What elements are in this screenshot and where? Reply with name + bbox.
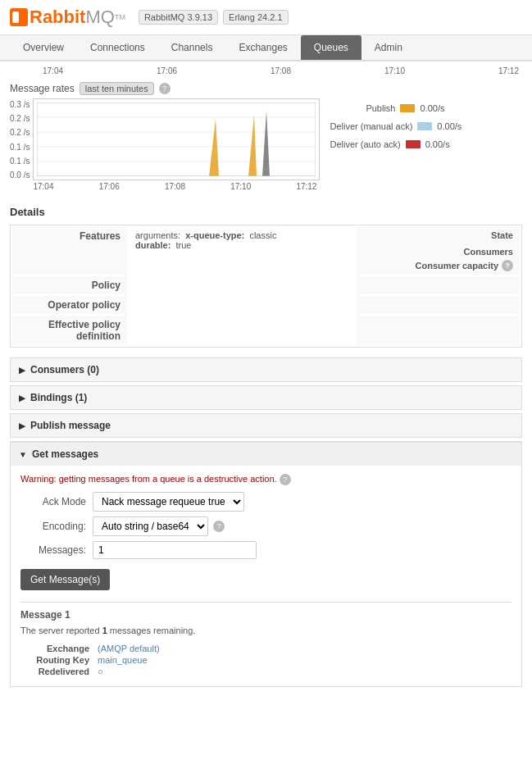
- rabbitmq-version: RabbitMQ 3.9.13: [139, 10, 218, 25]
- legend-deliver-auto-color: [406, 140, 421, 148]
- consumer-capacity-help-icon[interactable]: ?: [502, 260, 513, 271]
- ack-mode-select[interactable]: Nack message requeue true Ack message re…: [93, 492, 244, 512]
- publish-arrow: ▶: [19, 421, 25, 430]
- details-title: Details: [10, 206, 522, 218]
- get-messages-button[interactable]: Get Message(s): [20, 569, 110, 590]
- legend-deliver-auto-value: 0.00/s: [425, 139, 450, 149]
- encoding-row: Encoding: Auto string / base64 base64 ?: [20, 516, 512, 536]
- features-label: Features: [12, 227, 127, 275]
- message-result: Message 1 The server reported 1 messages…: [20, 602, 512, 678]
- redelivered-row: Redelivered ○: [22, 667, 160, 676]
- bindings-header[interactable]: ▶ Bindings (1): [11, 386, 521, 409]
- legend-publish: Publish 0.00/s: [330, 103, 462, 113]
- legend-publish-label: Publish: [330, 103, 395, 113]
- eff-policy-row: Effective policy definition: [12, 316, 520, 345]
- messages-row: Messages:: [20, 541, 512, 559]
- chart-legend: Publish 0.00/s Deliver (manual ack) 0.00…: [330, 98, 462, 193]
- exchange-value: (AMQP default): [98, 644, 160, 653]
- y-axis: 0.3 /s 0.2 /s 0.2 /s 0.1 /s 0.1 /s 0.0 /…: [10, 98, 33, 193]
- details-table: Features arguments: x-queue-type: classi…: [10, 225, 522, 348]
- main-nav: Overview Connections Channels Exchanges …: [0, 35, 532, 61]
- nav-connections[interactable]: Connections: [77, 35, 158, 60]
- encoding-select[interactable]: Auto string / base64 base64: [93, 516, 208, 536]
- encoding-help-icon[interactable]: ?: [213, 521, 225, 532]
- erlang-version: Erlang 24.2.1: [223, 10, 288, 25]
- rates-help-icon[interactable]: ?: [159, 83, 171, 94]
- legend-deliver-auto: Deliver (auto ack) 0.00/s: [330, 139, 462, 149]
- policy-row: Policy: [12, 276, 520, 294]
- get-messages-label: Get messages: [32, 448, 98, 460]
- durable-label: durable:: [135, 240, 171, 250]
- durable-value: true: [173, 240, 191, 250]
- message-heading: Message 1: [20, 609, 512, 621]
- details-section: Details Features arguments: x-queue-type…: [0, 199, 532, 354]
- legend-publish-color: [400, 104, 415, 112]
- x-queue-type-value: classic: [247, 230, 276, 240]
- bindings-section: ▶ Bindings (1): [10, 385, 522, 410]
- logo-tm: TM: [115, 13, 125, 21]
- chart-with-yaxis: 0.3 /s 0.2 /s 0.2 /s 0.1 /s 0.1 /s 0.0 /…: [10, 98, 320, 193]
- nav-channels[interactable]: Channels: [158, 35, 226, 60]
- chart-container: 0.3 /s 0.2 /s 0.2 /s 0.1 /s 0.1 /s 0.0 /…: [10, 98, 522, 193]
- get-messages-body: Warning: getting messages from a queue i…: [11, 466, 521, 686]
- warning-help-icon[interactable]: ?: [280, 474, 291, 485]
- consumers-arrow: ▶: [19, 366, 25, 375]
- op-policy-row: Operator policy: [12, 296, 520, 314]
- bindings-label: Bindings (1): [30, 392, 87, 403]
- policy-label: Policy: [12, 276, 127, 294]
- features-row: Features arguments: x-queue-type: classi…: [12, 227, 520, 275]
- header: RabbitMQ TM RabbitMQ 3.9.13 Erlang 24.2.…: [0, 0, 532, 35]
- chart-section: 17:04 17:06 17:08 17:10 17:12 Message ra…: [0, 61, 532, 199]
- legend-deliver-auto-label: Deliver (auto ack): [330, 139, 400, 149]
- ack-mode-label: Ack Mode: [20, 496, 86, 507]
- consumers-header[interactable]: ▶ Consumers (0): [11, 358, 521, 381]
- warning-text: Warning: getting messages from a queue i…: [20, 474, 512, 485]
- svg-rect-6: [37, 102, 316, 176]
- top-time-axis: 17:04 17:06 17:08 17:10 17:12: [10, 65, 522, 77]
- nav-admin[interactable]: Admin: [361, 35, 416, 60]
- routing-key-value: main_queue: [98, 655, 160, 665]
- x-queue-type-label: x-queue-type:: [185, 230, 244, 240]
- nav-overview[interactable]: Overview: [10, 35, 77, 60]
- get-messages-arrow: ▼: [19, 450, 27, 459]
- eff-policy-label: Effective policy definition: [12, 316, 127, 345]
- legend-publish-value: 0.00/s: [420, 103, 444, 113]
- state-label: State Consumers Consumer capacity ?: [357, 227, 520, 275]
- nav-exchanges[interactable]: Exchanges: [225, 35, 300, 60]
- logo-icon: [10, 8, 28, 26]
- routing-key-label: Routing Key: [22, 655, 96, 665]
- logo-text: RabbitMQ: [30, 7, 115, 28]
- bottom-time-axis: 17:04 17:06 17:08 17:10 17:12: [33, 180, 320, 193]
- publish-section: ▶ Publish message: [10, 413, 522, 438]
- legend-deliver-manual-value: 0.00/s: [437, 121, 462, 131]
- routing-key-row: Routing Key main_queue: [22, 655, 160, 665]
- features-value: arguments: x-queue-type: classic durable…: [129, 227, 355, 275]
- chart-svg: [37, 102, 316, 176]
- legend-deliver-manual-color: [417, 122, 432, 130]
- message-rates-label: Message rates last ten minutes ?: [10, 82, 522, 95]
- logo: RabbitMQ TM: [10, 7, 125, 28]
- server-message: The server reported 1 messages remaining…: [20, 626, 512, 635]
- consumers-section: ▶ Consumers (0): [10, 357, 522, 382]
- get-messages-header[interactable]: ▼ Get messages: [11, 442, 521, 466]
- bindings-arrow: ▶: [19, 394, 25, 403]
- message-info-table: Exchange (AMQP default) Routing Key main…: [20, 642, 161, 678]
- exchange-label: Exchange: [22, 644, 96, 653]
- messages-label: Messages:: [20, 544, 86, 556]
- publish-header[interactable]: ▶ Publish message: [11, 414, 521, 437]
- redelivered-label: Redelivered: [22, 667, 96, 676]
- legend-deliver-manual-label: Deliver (manual ack): [330, 121, 412, 131]
- redelivered-value: ○: [98, 667, 160, 676]
- exchange-row: Exchange (AMQP default): [22, 644, 160, 653]
- arguments-label: arguments:: [135, 230, 183, 240]
- nav-queues[interactable]: Queues: [301, 35, 361, 60]
- chart-box: [33, 98, 320, 180]
- consumers-label: Consumers (0): [30, 364, 99, 375]
- op-policy-label: Operator policy: [12, 296, 127, 314]
- get-messages-section: ▼ Get messages Warning: getting messages…: [10, 441, 522, 687]
- messages-input[interactable]: [93, 541, 257, 559]
- legend-deliver-manual: Deliver (manual ack) 0.00/s: [330, 121, 462, 131]
- ack-mode-row: Ack Mode Nack message requeue true Ack m…: [20, 492, 512, 512]
- encoding-label: Encoding:: [20, 521, 86, 532]
- chart-area: 17:04 17:06 17:08 17:10 17:12: [33, 98, 320, 193]
